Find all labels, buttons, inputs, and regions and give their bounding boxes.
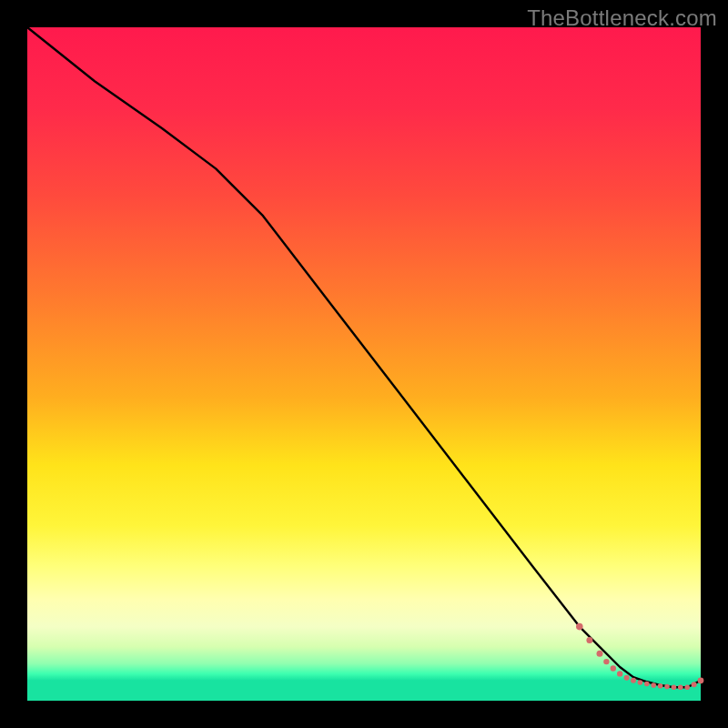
data-point	[617, 671, 622, 676]
bottleneck-curve	[27, 27, 701, 687]
data-point	[624, 675, 630, 681]
data-point	[684, 684, 690, 690]
chart-overlay	[27, 27, 701, 701]
data-point	[597, 651, 603, 657]
data-point	[651, 682, 656, 688]
data-point	[576, 623, 583, 631]
data-point	[672, 684, 677, 690]
chart-stage: TheBottleneck.com	[0, 0, 728, 728]
data-point	[664, 684, 670, 690]
data-point	[611, 665, 616, 671]
data-point	[638, 680, 643, 685]
data-point	[692, 682, 697, 687]
data-point	[658, 683, 663, 689]
data-point	[586, 637, 592, 643]
data-point	[698, 677, 704, 683]
data-point	[678, 684, 683, 690]
data-point	[631, 678, 636, 683]
data-point	[603, 659, 609, 664]
data-point	[644, 682, 650, 687]
